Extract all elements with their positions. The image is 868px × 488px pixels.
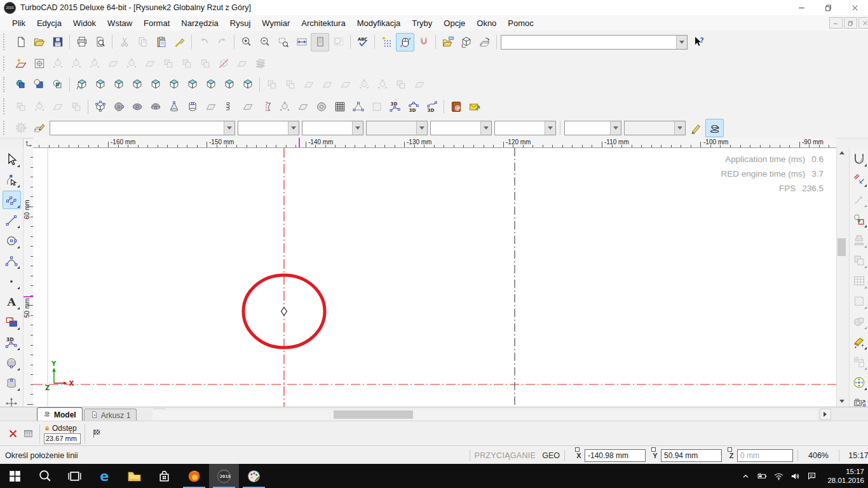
helix-3d-button[interactable]: [220, 97, 238, 116]
iso-cube-7-button[interactable]: [201, 76, 220, 94]
mouse-snap-button[interactable]: Yx: [396, 33, 414, 51]
taskbar-task-view-button[interactable]: [60, 464, 90, 488]
render-cup-button[interactable]: [705, 119, 724, 137]
box-3d-button[interactable]: [91, 97, 109, 116]
zoom-in-button[interactable]: [237, 33, 255, 51]
scroll-up-button[interactable]: [837, 147, 847, 158]
sphere-tool-button[interactable]: [3, 353, 21, 372]
calculator-table-button[interactable]: [20, 426, 36, 442]
toolbar-grip[interactable]: [3, 34, 8, 50]
print-preview-button[interactable]: [91, 33, 109, 51]
x-coordinate-field[interactable]: -140.98 mm: [585, 449, 646, 462]
sheet-tab-arkusz-1[interactable]: 1Arkusz 1: [84, 409, 137, 421]
extrude-tool-button[interactable]: [3, 374, 21, 392]
line-tool-button[interactable]: [3, 211, 21, 229]
layer-edit-button[interactable]: [30, 119, 48, 137]
horizontal-scrollbar-thumb[interactable]: [334, 410, 413, 419]
tray-volume-button[interactable]: [787, 464, 803, 488]
iso-cube-2-button[interactable]: [109, 76, 128, 94]
cancel-button[interactable]: [5, 426, 20, 442]
node-edit-button[interactable]: [3, 170, 21, 189]
pipe-a-button[interactable]: [275, 97, 294, 116]
save-button[interactable]: [48, 33, 67, 51]
toolbar-combobox[interactable]: [624, 121, 686, 135]
toolbar-combobox[interactable]: [564, 121, 621, 135]
washer-3d-button[interactable]: [312, 97, 330, 116]
toolbar-grip[interactable]: [3, 98, 8, 114]
menu-okno[interactable]: Okno: [471, 17, 502, 30]
menu-narzędzia[interactable]: Narzędzia: [175, 17, 224, 30]
bool-subtract-button[interactable]: [30, 76, 48, 94]
cone-3d-button[interactable]: [165, 97, 183, 116]
doc-new-button[interactable]: [11, 33, 30, 51]
pen-edit-button[interactable]: [687, 119, 705, 137]
spell-check-button[interactable]: ABC: [353, 33, 372, 51]
menu-wymiar[interactable]: Wymiar: [256, 17, 295, 30]
symbols-open-button[interactable]: [438, 33, 457, 51]
mesh-grid-button[interactable]: [330, 97, 349, 116]
tab-scroll-right-button[interactable]: [820, 409, 831, 420]
grid-points-button[interactable]: [377, 33, 396, 51]
minimize-button[interactable]: [788, 0, 815, 15]
cube-axes-button[interactable]: [457, 33, 475, 51]
tray-wifi-button[interactable]: [770, 464, 787, 488]
toolbar-combobox[interactable]: [501, 35, 688, 50]
spacing-input[interactable]: [44, 433, 81, 444]
vertical-scrollbar-thumb[interactable]: [837, 238, 846, 256]
toolbar-combobox[interactable]: [494, 121, 556, 135]
menu-rysuj[interactable]: Rysuj: [224, 17, 257, 30]
polyline-3d-tool-button[interactable]: 3D: [3, 333, 21, 351]
select-arrow-button[interactable]: [3, 150, 21, 168]
toolbar-combobox[interactable]: [302, 121, 363, 135]
workplane-flash-button[interactable]: [11, 55, 30, 73]
pipe-b-button[interactable]: [294, 97, 312, 116]
polyline3d-a-button[interactable]: 3D: [386, 97, 404, 116]
tray-chevron-up-button[interactable]: [737, 464, 754, 488]
magnet-point-button[interactable]: [414, 33, 433, 51]
taskbar-search-button[interactable]: [30, 464, 60, 488]
iso-cube-3-button[interactable]: [128, 76, 146, 94]
snap-center-button[interactable]: [850, 374, 868, 391]
folder-open-button[interactable]: [30, 33, 48, 51]
menu-format[interactable]: Format: [138, 17, 175, 30]
menu-tryby[interactable]: Tryby: [406, 17, 438, 30]
toolbar-combobox[interactable]: [366, 121, 428, 135]
arc-tool-button[interactable]: [3, 252, 21, 270]
workplane-stack-button[interactable]: [475, 33, 494, 51]
toolbar-grip[interactable]: [3, 121, 8, 135]
print-button[interactable]: [72, 33, 91, 51]
paste-button[interactable]: [152, 33, 170, 51]
wedge-3d-button[interactable]: [201, 97, 220, 116]
hemisphere-3d-button[interactable]: [146, 97, 165, 116]
menu-modyfikacja[interactable]: Modyfikacja: [351, 17, 407, 30]
scroll-down-button[interactable]: [837, 396, 847, 407]
menu-edycja[interactable]: Edycja: [31, 17, 67, 30]
iso-cube-8-button[interactable]: [220, 76, 238, 94]
iso-cube-4-button[interactable]: [146, 76, 165, 94]
iso-cube-6-button[interactable]: [183, 76, 201, 94]
sphere-3d-button[interactable]: [109, 97, 128, 116]
iso-cube-1-button[interactable]: [91, 76, 109, 94]
iso-cube-9-button[interactable]: [238, 76, 257, 94]
spline-3d-button[interactable]: 3D: [423, 97, 441, 116]
menu-architektura[interactable]: Architektura: [295, 17, 351, 30]
taskbar-paint-button[interactable]: [239, 464, 269, 488]
image-tool-button[interactable]: [3, 313, 21, 331]
menu-opcje[interactable]: Opcje: [438, 17, 471, 30]
address-book-button[interactable]: @: [447, 97, 465, 116]
loft-3d-button[interactable]: [238, 97, 257, 116]
close-button[interactable]: [841, 0, 868, 15]
taskbar-file-explorer-button[interactable]: [119, 464, 149, 488]
parallel-line-button[interactable]: [3, 191, 21, 209]
cube-ws-button[interactable]: [72, 76, 91, 94]
drawing-canvas[interactable]: YXZ Application time (ms)0.6RED engine t…: [33, 147, 836, 407]
toolbar-combobox[interactable]: [430, 121, 492, 135]
restore-button[interactable]: [815, 0, 841, 15]
page-view-button[interactable]: [311, 33, 329, 51]
tray-clock[interactable]: 15:17 28.01.2016: [824, 467, 864, 485]
taskbar-firefox-button[interactable]: [179, 464, 209, 488]
vertical-scrollbar[interactable]: [836, 147, 847, 407]
zoom-window-button[interactable]: [274, 33, 292, 51]
zoom-level[interactable]: 406%: [803, 451, 834, 460]
taskbar-edge-button[interactable]: e: [90, 464, 119, 488]
